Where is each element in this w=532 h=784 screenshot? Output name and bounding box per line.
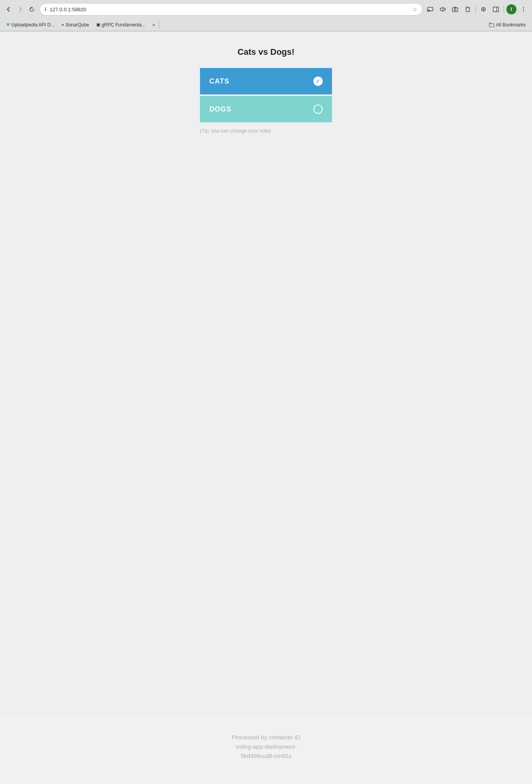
folder-icon bbox=[489, 23, 494, 27]
info-icon: ℹ bbox=[45, 7, 47, 12]
nav-buttons bbox=[3, 4, 37, 15]
cats-vote-button[interactable]: CATS ✓ bbox=[200, 68, 332, 94]
bookmark-uploadpedia[interactable]: ✖ Uploadpedia API D... bbox=[3, 21, 57, 29]
svg-point-12 bbox=[523, 7, 524, 8]
dogs-check-icon bbox=[313, 105, 323, 114]
mute-button[interactable] bbox=[437, 4, 448, 15]
svg-rect-8 bbox=[467, 7, 469, 8]
svg-marker-2 bbox=[440, 7, 443, 12]
page-content: Cats vs Dogs! CATS ✓ DOGS (Tip: you can … bbox=[0, 31, 532, 717]
cats-check-icon: ✓ bbox=[313, 77, 323, 86]
cast-button[interactable] bbox=[425, 4, 436, 15]
svg-rect-10 bbox=[493, 7, 499, 12]
bookmarks-more-button[interactable]: » bbox=[150, 21, 158, 29]
footer-line1: Processed by container ID bbox=[232, 734, 300, 740]
browser-chrome: ℹ ☆ bbox=[0, 0, 532, 31]
profile-button[interactable]: I bbox=[506, 4, 516, 14]
reload-button[interactable] bbox=[26, 4, 37, 15]
address-bar-container[interactable]: ℹ ☆ bbox=[40, 3, 422, 16]
bookmark-grpc-label: gRPC Fundamenta... bbox=[102, 22, 146, 28]
separator-2 bbox=[504, 5, 504, 13]
footer-line2: voting-app-deployment- bbox=[235, 743, 297, 750]
svg-point-13 bbox=[523, 9, 524, 10]
voting-container: CATS ✓ DOGS (Tip: you can change your vo… bbox=[200, 68, 332, 134]
screenshot-button[interactable] bbox=[450, 4, 461, 15]
uploadpedia-icon: ✖ bbox=[6, 22, 10, 27]
bookmarks-separator bbox=[159, 21, 159, 29]
tip-text: (Tip: you can change your vote) bbox=[200, 128, 332, 134]
extensions-button[interactable] bbox=[478, 4, 489, 15]
back-button[interactable] bbox=[3, 4, 14, 15]
page-footer: Processed by container ID voting-app-dep… bbox=[0, 717, 532, 784]
grpc-icon: ▣ bbox=[96, 22, 100, 27]
svg-point-14 bbox=[523, 10, 524, 11]
bookmark-star-button[interactable]: ☆ bbox=[412, 6, 417, 12]
svg-rect-5 bbox=[452, 8, 458, 12]
dogs-label: DOGS bbox=[209, 105, 231, 113]
bookmark-uploadpedia-label: Uploadpedia API D... bbox=[11, 22, 54, 28]
forward-button[interactable] bbox=[15, 4, 26, 15]
cats-label: CATS bbox=[209, 77, 229, 85]
svg-point-1 bbox=[428, 11, 428, 12]
browser-toolbar: ℹ ☆ bbox=[0, 0, 532, 19]
bookmarks-folder-label: All Bookmarks bbox=[496, 22, 526, 28]
bookmark-sonarqube[interactable]: ◂ SonarQube bbox=[58, 21, 92, 29]
footer-line3: 5bd496ccd8-cmb5x bbox=[241, 753, 292, 759]
bookmark-grpc[interactable]: ▣ gRPC Fundamenta... bbox=[93, 21, 149, 29]
dogs-vote-button[interactable]: DOGS bbox=[200, 96, 332, 122]
sidebar-button[interactable] bbox=[490, 4, 501, 15]
sonarqube-icon: ◂ bbox=[61, 22, 64, 27]
svg-point-6 bbox=[454, 9, 456, 11]
menu-button[interactable] bbox=[518, 4, 529, 15]
bookmarks-bar: ✖ Uploadpedia API D... ◂ SonarQube ▣ gRP… bbox=[0, 19, 532, 31]
bookmarks-folder[interactable]: All Bookmarks bbox=[486, 21, 529, 29]
address-bar-input[interactable] bbox=[50, 7, 409, 12]
separator-1 bbox=[475, 5, 476, 13]
svg-rect-0 bbox=[428, 7, 433, 11]
bookmark-sonarqube-label: SonarQube bbox=[65, 22, 89, 28]
clipboard-button[interactable] bbox=[462, 4, 473, 15]
browser-actions: I bbox=[425, 4, 529, 15]
page-title: Cats vs Dogs! bbox=[238, 47, 295, 57]
